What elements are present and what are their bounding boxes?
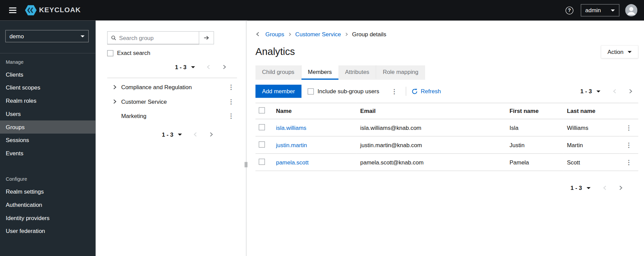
- action-dropdown-button[interactable]: Action: [601, 45, 638, 58]
- help-button[interactable]: ?: [565, 6, 573, 14]
- exact-search-toggle[interactable]: Exact search: [107, 50, 237, 56]
- member-name-link[interactable]: isla.williams: [276, 124, 307, 131]
- chevron-left-icon: [612, 89, 618, 94]
- sidebar-item-identity-providers[interactable]: Identity providers: [0, 211, 96, 224]
- user-menu-button[interactable]: admin: [581, 4, 619, 16]
- member-name-link[interactable]: pamela.scott: [276, 159, 309, 165]
- sidebar-item-clients[interactable]: Clients: [0, 68, 96, 81]
- kebab-menu-button[interactable]: ⋮: [623, 140, 635, 150]
- chevron-right-icon: [345, 32, 348, 36]
- exact-search-checkbox[interactable]: [107, 50, 113, 56]
- application-window: KEYCLOAK ? admin demo Manage: [0, 0, 644, 256]
- member-last-name: Martin: [564, 136, 620, 154]
- nav-toggle-button[interactable]: [6, 5, 19, 16]
- next-page-button[interactable]: [613, 182, 628, 194]
- kebab-menu-button[interactable]: ⋮: [623, 123, 635, 133]
- page-layout: demo Manage Clients Client scopes Realm …: [0, 21, 644, 256]
- page-title: Analytics: [255, 46, 295, 58]
- table-row: justin.martin justin.martin@knab.com Jus…: [255, 136, 638, 154]
- sidebar-item-users[interactable]: Users: [0, 107, 96, 120]
- previous-page-button[interactable]: [201, 61, 216, 73]
- exact-search-label: Exact search: [117, 50, 150, 56]
- brand-logo[interactable]: KEYCLOAK: [25, 4, 81, 16]
- tab-child-groups[interactable]: Child groups: [255, 65, 301, 80]
- include-subgroups-toggle[interactable]: Include sub-group users: [308, 88, 379, 94]
- sidebar-item-realm-roles[interactable]: Realm roles: [0, 94, 96, 107]
- refresh-button[interactable]: Refresh: [412, 88, 441, 94]
- pagination-range: 1 - 3: [580, 88, 592, 94]
- masthead: KEYCLOAK ? admin: [0, 0, 644, 21]
- kebab-menu-button[interactable]: ⋮: [388, 86, 400, 96]
- members-toolbar: Add member Include sub-group users ⋮ Ref…: [255, 85, 638, 98]
- nav-section-title: Configure: [0, 171, 96, 185]
- expand-group-button[interactable]: [112, 99, 118, 104]
- group-tree-item[interactable]: Customer Service ⋮: [107, 94, 237, 109]
- next-page-button[interactable]: [623, 85, 638, 97]
- select-all-checkbox[interactable]: [259, 107, 265, 113]
- tab-members[interactable]: Members: [301, 65, 338, 80]
- group-tree: Compliance and Regulation ⋮ Customer Ser…: [107, 80, 237, 123]
- breadcrumb-parent-link[interactable]: Customer Service: [295, 31, 341, 37]
- add-member-button[interactable]: Add member: [255, 85, 302, 98]
- breadcrumb-groups-link[interactable]: Groups: [265, 31, 284, 37]
- tab-attributes[interactable]: Attributes: [338, 65, 376, 80]
- sidebar-item-authentication[interactable]: Authentication: [0, 198, 96, 211]
- sidebar-item-user-federation[interactable]: User federation: [0, 224, 96, 238]
- previous-page-button[interactable]: [607, 85, 623, 97]
- caret-down-icon: [81, 35, 85, 37]
- group-tree-item[interactable]: Marketing ⋮: [107, 109, 237, 123]
- realm-selector[interactable]: demo: [5, 30, 89, 42]
- sidebar-item-events[interactable]: Events: [0, 147, 96, 160]
- avatar[interactable]: [625, 4, 637, 16]
- sidebar-item-groups[interactable]: Groups: [0, 120, 96, 134]
- kebab-menu-button[interactable]: ⋮: [623, 157, 635, 167]
- column-header-actions: [619, 103, 638, 119]
- pagination-range-toggle[interactable]: 1 - 3: [175, 64, 195, 70]
- chevron-left-icon: [193, 132, 198, 137]
- panel-resize-handle[interactable]: [246, 21, 247, 256]
- sidebar-item-client-scopes[interactable]: Client scopes: [0, 81, 96, 94]
- member-first-name: Isla: [506, 119, 563, 136]
- caret-down-icon: [191, 66, 195, 68]
- pagination-range-toggle[interactable]: 1 - 3: [570, 184, 590, 191]
- caret-down-icon: [178, 133, 182, 135]
- member-name-link[interactable]: justin.martin: [276, 142, 307, 148]
- pagination-range: 1 - 3: [570, 184, 582, 191]
- tab-role-mapping[interactable]: Role mapping: [376, 65, 425, 80]
- brand-name: KEYCLOAK: [39, 6, 81, 14]
- kebab-menu-button[interactable]: ⋮: [225, 111, 237, 120]
- group-name: Customer Service: [121, 98, 167, 104]
- help-glyph: ?: [568, 7, 571, 13]
- collapse-tree-button[interactable]: [255, 32, 261, 37]
- row-checkbox[interactable]: [259, 124, 265, 130]
- column-header-first-name: First name: [506, 103, 563, 119]
- search-submit-button[interactable]: [199, 31, 214, 44]
- member-email: justin.martin@knab.com: [357, 136, 506, 154]
- main-content: Groups Customer Service Group details An…: [247, 21, 644, 256]
- chevron-right-icon: [112, 84, 117, 90]
- refresh-label: Refresh: [421, 88, 441, 94]
- chevron-right-icon: [209, 132, 214, 137]
- resize-grip-icon: [245, 162, 247, 167]
- row-checkbox[interactable]: [259, 158, 265, 164]
- sidebar-item-sessions[interactable]: Sessions: [0, 134, 96, 147]
- kebab-menu-button[interactable]: ⋮: [225, 82, 237, 92]
- next-page-button[interactable]: [216, 61, 232, 73]
- member-last-name: Williams: [564, 119, 620, 136]
- row-checkbox[interactable]: [259, 141, 265, 147]
- next-page-button[interactable]: [203, 129, 219, 140]
- sidebar-item-realm-settings[interactable]: Realm settings: [0, 185, 96, 198]
- kebab-menu-button[interactable]: ⋮: [225, 97, 237, 106]
- group-search-input[interactable]: [107, 31, 199, 44]
- members-pagination-top: 1 - 3: [580, 85, 638, 97]
- expand-group-button[interactable]: [112, 84, 118, 90]
- sidebar: demo Manage Clients Client scopes Realm …: [0, 21, 96, 256]
- previous-page-button[interactable]: [188, 129, 203, 140]
- member-first-name: Justin: [506, 136, 563, 154]
- pagination-range-toggle[interactable]: 1 - 3: [162, 131, 182, 138]
- pagination-range-toggle[interactable]: 1 - 3: [580, 88, 600, 94]
- previous-page-button[interactable]: [597, 182, 613, 194]
- include-subgroups-checkbox[interactable]: [308, 88, 314, 94]
- chevron-right-icon: [618, 185, 623, 191]
- group-tree-item[interactable]: Compliance and Regulation ⋮: [107, 80, 237, 94]
